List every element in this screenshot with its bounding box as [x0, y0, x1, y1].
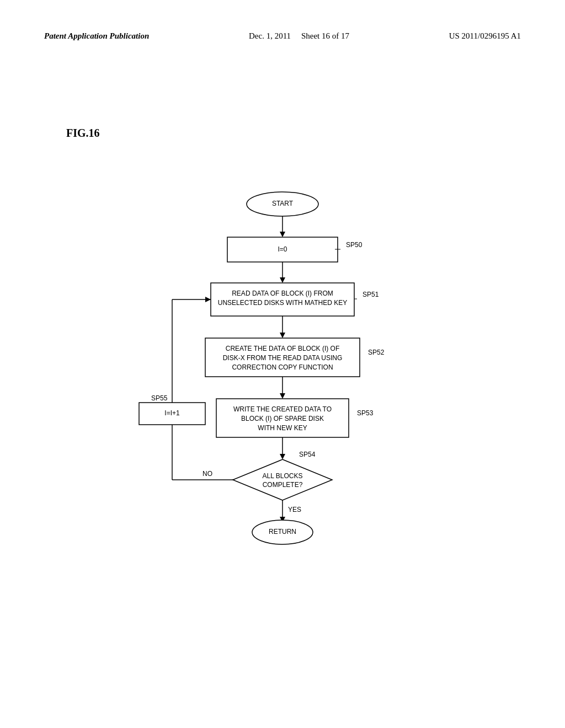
header-date: Dec. 1, 2011	[249, 31, 291, 40]
sp52-text-line3: CORRECTION COPY FUNCTION	[232, 363, 333, 371]
sp50-label: SP50	[346, 241, 363, 249]
start-label: START	[272, 200, 294, 207]
sp53-label: SP53	[357, 409, 374, 417]
arrowhead-to-sp51	[205, 297, 211, 302]
flowchart-container: START I=0 SP50 READ DATA OF BLOCK (I) FR…	[0, 176, 565, 673]
return-label: RETURN	[269, 528, 296, 536]
header-publication-label: Patent Application Publication	[44, 30, 149, 42]
sp52-text-line2: DISK-X FROM THE READ DATA USING	[223, 354, 343, 362]
figure-label: FIG.16	[66, 127, 100, 140]
sp52-label: SP52	[368, 349, 385, 356]
arrowhead-sp50-sp51	[280, 277, 285, 283]
page: Patent Application Publication Dec. 1, 2…	[0, 0, 565, 728]
sp55-label: SP55	[151, 394, 168, 402]
sp55-text: I=I+1	[164, 409, 180, 417]
header-patent: US 2011/0296195 A1	[449, 30, 521, 42]
arrowhead-sp51-sp52	[280, 333, 285, 338]
sp51-text-line1: READ DATA OF BLOCK (I) FROM	[232, 290, 333, 297]
header-date-sheet: Dec. 1, 2011 Sheet 16 of 17	[249, 30, 349, 42]
sp54-label: SP54	[299, 451, 316, 458]
no-label: NO	[202, 470, 212, 478]
sp51-label: SP51	[363, 291, 379, 298]
sp53-text-line1: WRITE THE CREATED DATA TO	[233, 405, 332, 413]
header-sheet: Sheet 16 of 17	[301, 31, 349, 40]
sp53-text-line3: WITH NEW KEY	[258, 424, 307, 432]
arrowhead-sp52-sp53	[280, 393, 285, 399]
sp53-text-line2: BLOCK (I) OF SPARE DISK	[241, 415, 324, 422]
arrowhead-sp53-sp54	[280, 454, 285, 459]
sp54-text-line1: ALL BLOCKS	[263, 472, 303, 480]
sp51-text-line2: UNSELECTED DISKS WITH MATHED KEY	[218, 299, 347, 307]
sp52-text-line1: CREATE THE DATA OF BLOCK (I) OF	[226, 345, 339, 352]
header: Patent Application Publication Dec. 1, 2…	[0, 0, 565, 53]
sp50-text: I=0	[278, 245, 287, 253]
yes-label: YES	[288, 506, 301, 513]
arrowhead-start-sp50	[280, 232, 285, 237]
sp54-text-line2: COMPLETE?	[263, 481, 303, 489]
flowchart-svg: START I=0 SP50 READ DATA OF BLOCK (I) FR…	[117, 176, 448, 673]
